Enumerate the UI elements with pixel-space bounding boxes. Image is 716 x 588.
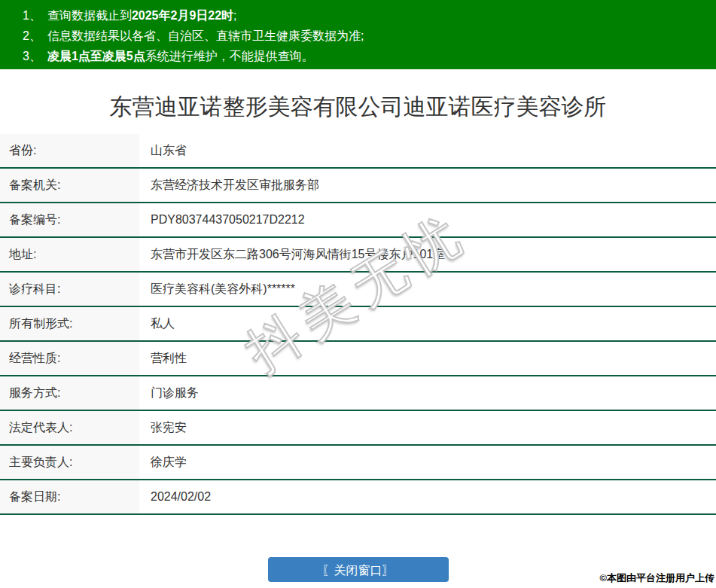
row-label: 备案机关: (0, 168, 139, 203)
table-row: 地址: 东营市开发区东二路306号河海风情街15号楼东户101室 (0, 237, 716, 272)
table-row: 备案机关: 东营经济技术开发区审批服务部 (0, 168, 716, 203)
table-row: 主要负责人: 徐庆学 (0, 445, 716, 480)
notice-text: 系统进行维护，不能提供查询。 (145, 50, 314, 62)
notice-bold-text: 凌晨1点至凌晨5点 (47, 50, 145, 62)
row-label: 备案日期: (0, 480, 139, 514)
row-label: 省份: (0, 134, 139, 168)
notice-text: ; (233, 9, 236, 22)
page-title: 东营迪亚诺整形美容有限公司迪亚诺医疗美容诊所 (0, 90, 716, 123)
notice-text: 信息数据结果以各省、自治区、直辖市卫生健康委数据为准; (47, 29, 364, 42)
notice-number: 3、 (23, 50, 41, 62)
row-value: 营利性 (139, 341, 716, 376)
copyright-stamp: ©本图由平台注册用户上传 (599, 571, 714, 585)
row-value: 医疗美容科(美容外科)****** (139, 272, 716, 306)
table-row: 所有制形式: 私人 (0, 306, 716, 341)
row-label: 服务方式: (0, 376, 139, 410)
table-row: 法定代表人: 张宪安 (0, 410, 716, 445)
row-value: 东营经济技术开发区审批服务部 (139, 168, 716, 203)
row-label: 备案编号: (0, 203, 139, 237)
row-value: PDY80374437050217D2212 (139, 203, 716, 237)
record-table: 省份: 山东省 备案机关: 东营经济技术开发区审批服务部 备案编号: PDY80… (0, 134, 716, 515)
row-value: 2024/02/02 (139, 480, 716, 514)
row-label: 诊疗科目: (0, 272, 139, 306)
close-window-button[interactable]: 〖关闭窗口〗 (268, 557, 449, 582)
row-label: 经营性质: (0, 341, 139, 376)
notice-line-1: 1、查询数据截止到2025年2月9日22时; (23, 5, 708, 26)
row-label: 主要负责人: (0, 445, 139, 480)
notice-number: 1、 (23, 9, 41, 22)
table-row: 备案编号: PDY80374437050217D2212 (0, 203, 716, 237)
row-value: 张宪安 (139, 410, 716, 445)
table-row: 服务方式: 门诊服务 (0, 376, 716, 410)
table-row: 备案日期: 2024/02/02 (0, 480, 716, 514)
notice-banner: 1、查询数据截止到2025年2月9日22时; 2、信息数据结果以各省、自治区、直… (0, 0, 716, 69)
row-value: 山东省 (139, 134, 716, 168)
table-row: 省份: 山东省 (0, 134, 716, 168)
notice-line-2: 2、信息数据结果以各省、自治区、直辖市卫生健康委数据为准; (23, 26, 708, 46)
row-label: 所有制形式: (0, 306, 139, 341)
row-value: 东营市开发区东二路306号河海风情街15号楼东户101室 (139, 237, 716, 272)
notice-number: 2、 (23, 29, 41, 42)
row-value: 徐庆学 (139, 445, 716, 480)
table-row: 经营性质: 营利性 (0, 341, 716, 376)
row-value: 门诊服务 (139, 376, 716, 410)
row-value: 私人 (139, 306, 716, 341)
table-row: 诊疗科目: 医疗美容科(美容外科)****** (0, 272, 716, 306)
row-label: 地址: (0, 237, 139, 272)
notice-bold-text: 2025年2月9日22时 (132, 9, 233, 22)
notice-text: 查询数据截止到 (47, 9, 132, 22)
row-label: 法定代表人: (0, 410, 139, 445)
notice-line-3: 3、凌晨1点至凌晨5点系统进行维护，不能提供查询。 (23, 46, 708, 66)
